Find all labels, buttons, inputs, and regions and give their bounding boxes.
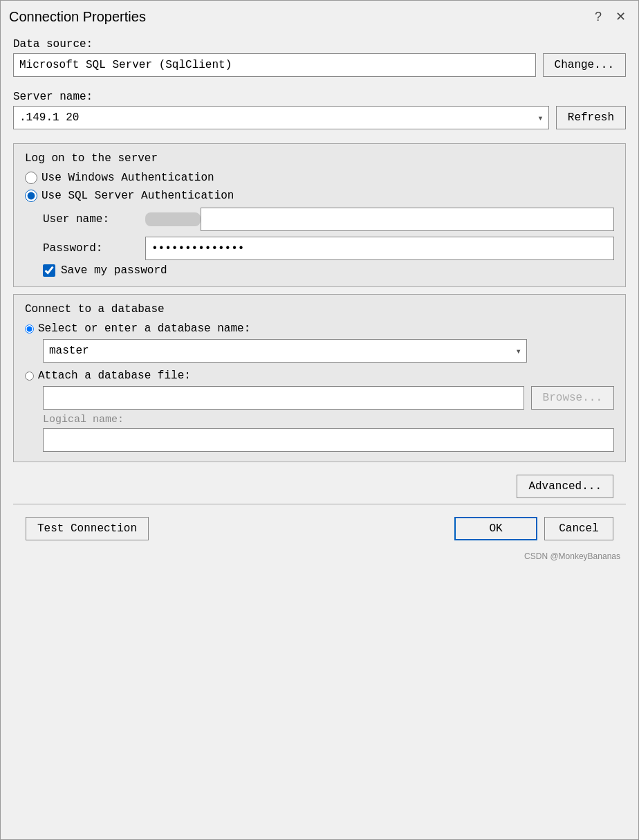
logon-group-label: Log on to the server <box>25 152 614 165</box>
title-bar: Connection Properties ? ✕ <box>1 1 638 30</box>
server-name-label: Server name: <box>13 91 626 103</box>
password-input-cell <box>145 237 614 260</box>
footer-buttons: Test Connection OK Cancel <box>13 510 626 550</box>
data-source-row: Change... <box>13 53 626 77</box>
change-button[interactable]: Change... <box>543 53 626 77</box>
advanced-button[interactable]: Advanced... <box>517 475 613 498</box>
watermark: CSDN @MonkeyBananas <box>13 550 626 565</box>
help-button[interactable]: ? <box>589 8 607 26</box>
refresh-button[interactable]: Refresh <box>556 106 626 129</box>
footer-divider <box>13 504 626 504</box>
select-db-radio[interactable] <box>25 325 34 334</box>
ok-cancel-group: OK Cancel <box>454 517 613 540</box>
select-db-radio-row: Select or enter a database name: <box>25 322 614 335</box>
sql-auth-label: Use SQL Server Authentication <box>41 190 234 202</box>
data-source-input[interactable] <box>13 53 536 77</box>
password-input[interactable] <box>145 237 614 260</box>
logical-name-label: Logical name: <box>43 414 614 426</box>
save-password-label: Save my password <box>61 264 167 277</box>
connect-db-section: Connect to a database Select or enter a … <box>13 294 626 462</box>
select-db-label: Select or enter a database name: <box>38 322 250 335</box>
username-input-cell <box>145 208 614 231</box>
close-button[interactable]: ✕ <box>611 8 630 26</box>
connection-properties-dialog: Connection Properties ? ✕ Data source: C… <box>0 0 639 840</box>
attach-db-radio-row: Attach a database file: <box>25 369 614 382</box>
db-name-select[interactable]: master <box>43 339 527 363</box>
logical-name-section: Logical name: <box>43 414 614 452</box>
sql-auth-radio[interactable] <box>25 190 37 202</box>
attach-file-input[interactable] <box>43 386 524 410</box>
username-blurred <box>145 212 201 226</box>
connect-db-label: Connect to a database <box>25 303 614 316</box>
data-source-label: Data source: <box>13 38 626 51</box>
dialog-title: Connection Properties <box>9 9 146 25</box>
sql-auth-row: Use SQL Server Authentication <box>25 190 614 202</box>
title-bar-controls: ? ✕ <box>589 8 630 26</box>
data-source-section: Data source: Change... <box>13 38 626 84</box>
password-label: Password: <box>43 237 140 260</box>
attach-db-label: Attach a database file: <box>38 369 191 382</box>
db-name-dropdown-container: master ▾ <box>43 339 614 363</box>
logical-name-input[interactable] <box>43 428 614 452</box>
server-name-section: Server name: .149.1 20 ▾ Refresh <box>13 91 626 136</box>
cancel-button[interactable]: Cancel <box>544 517 613 540</box>
server-name-select[interactable]: .149.1 20 <box>13 106 549 129</box>
username-label: User name: <box>43 208 140 231</box>
windows-auth-radio[interactable] <box>25 172 37 184</box>
advanced-button-row: Advanced... <box>13 469 626 498</box>
save-password-checkbox[interactable] <box>43 264 55 277</box>
attach-db-radio[interactable] <box>25 372 34 381</box>
browse-button[interactable]: Browse... <box>531 386 614 410</box>
ok-button[interactable]: OK <box>454 517 537 540</box>
server-name-row: .149.1 20 ▾ Refresh <box>13 106 626 129</box>
server-name-dropdown-wrapper: .149.1 20 ▾ <box>13 106 549 129</box>
logon-section: Log on to the server Use Windows Authent… <box>13 143 626 287</box>
dialog-body: Data source: Change... Server name: .149… <box>1 30 638 839</box>
windows-auth-row: Use Windows Authentication <box>25 172 614 184</box>
attach-file-row: Browse... <box>43 386 614 410</box>
save-password-row: Save my password <box>43 264 614 277</box>
credentials-grid: User name: Password: <box>43 208 614 260</box>
username-input[interactable] <box>201 208 614 231</box>
db-name-dropdown-wrapper: master ▾ <box>43 339 527 363</box>
test-connection-button[interactable]: Test Connection <box>26 517 149 540</box>
windows-auth-label: Use Windows Authentication <box>41 172 214 184</box>
